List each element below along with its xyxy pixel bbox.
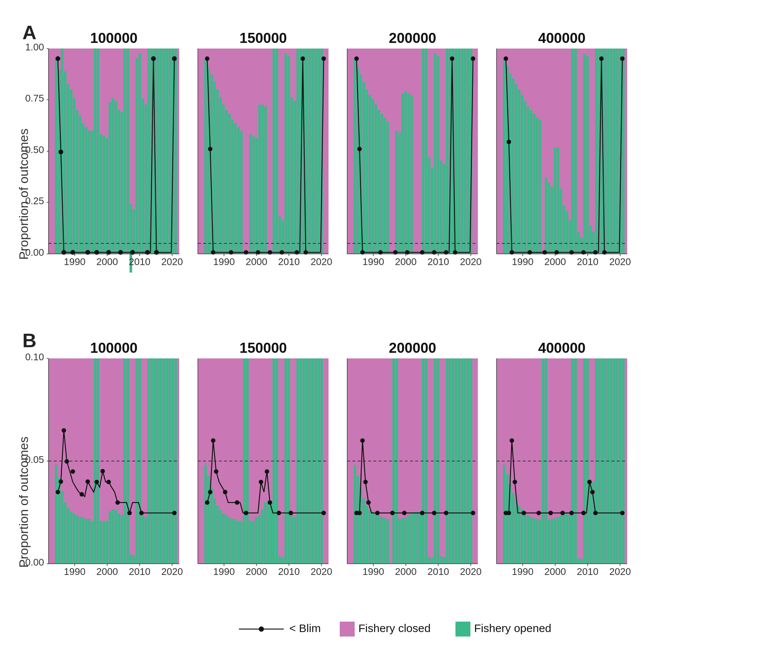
svg-rect-206 <box>503 59 506 254</box>
svg-point-312 <box>56 490 60 494</box>
svg-rect-20 <box>82 123 84 254</box>
svg-point-135 <box>322 56 326 61</box>
svg-point-457 <box>432 511 436 515</box>
legend-blim-label: < Blim <box>289 622 321 634</box>
svg-rect-11 <box>55 59 58 254</box>
svg-rect-211 <box>518 90 520 254</box>
svg-rect-241 <box>610 48 613 254</box>
svg-rect-411 <box>362 498 365 564</box>
svg-point-396 <box>322 511 326 515</box>
svg-point-320 <box>100 469 105 473</box>
svg-rect-34 <box>124 48 126 254</box>
svg-rect-96 <box>231 120 234 254</box>
svg-rect-156 <box>380 114 383 254</box>
svg-rect-364 <box>267 500 269 564</box>
svg-rect-166 <box>425 48 428 254</box>
svg-point-523 <box>587 480 592 484</box>
svg-text:2000: 2000 <box>96 566 118 577</box>
svg-rect-214 <box>527 106 529 254</box>
svg-rect-239 <box>604 48 607 254</box>
svg-rect-178 <box>461 48 463 254</box>
svg-rect-104 <box>261 104 264 254</box>
svg-point-458 <box>444 511 448 515</box>
svg-rect-498 <box>583 358 586 564</box>
svg-rect-113 <box>294 101 296 254</box>
svg-rect-270 <box>55 465 58 564</box>
svg-rect-105 <box>264 106 267 254</box>
svg-rect-242 <box>613 48 616 254</box>
svg-rect-360 <box>255 517 258 564</box>
svg-rect-23 <box>91 131 93 254</box>
svg-point-183 <box>354 56 359 61</box>
panel-a-label: A <box>22 22 37 43</box>
svg-text:0.10: 0.10 <box>25 351 44 362</box>
svg-rect-409 <box>356 476 359 564</box>
svg-rect-87 <box>204 59 207 254</box>
svg-point-392 <box>265 469 269 474</box>
svg-rect-32 <box>118 110 120 254</box>
svg-rect-433 <box>431 558 434 564</box>
svg-rect-295 <box>129 554 132 564</box>
svg-point-395 <box>289 511 293 515</box>
panel-b-label: B <box>22 330 37 351</box>
svg-point-322 <box>115 500 120 505</box>
svg-rect-39 <box>138 54 141 254</box>
svg-text:1990: 1990 <box>362 256 384 267</box>
svg-point-450 <box>360 438 365 443</box>
svg-text:0.00: 0.00 <box>25 247 44 258</box>
legend-closed-label: Fishery closed <box>358 622 431 634</box>
svg-point-319 <box>95 480 99 484</box>
svg-rect-359 <box>252 521 255 564</box>
svg-point-386 <box>211 438 215 443</box>
svg-rect-232 <box>583 54 586 254</box>
svg-rect-233 <box>586 56 589 254</box>
svg-rect-477 <box>521 510 523 564</box>
svg-rect-416 <box>378 515 380 564</box>
svg-rect-49 <box>168 48 171 254</box>
svg-rect-272 <box>61 491 64 564</box>
svg-rect-348 <box>219 510 222 564</box>
svg-rect-497 <box>580 559 583 564</box>
svg-text:2000: 2000 <box>246 256 267 267</box>
svg-rect-483 <box>539 520 541 564</box>
svg-rect-42 <box>148 48 150 254</box>
svg-point-384 <box>205 500 210 505</box>
svg-rect-157 <box>383 118 386 254</box>
svg-point-315 <box>65 459 69 464</box>
svg-rect-162 <box>404 92 407 254</box>
svg-rect-414 <box>372 512 374 564</box>
svg-rect-165 <box>422 48 425 254</box>
svg-rect-31 <box>115 101 117 254</box>
svg-rect-292 <box>121 515 123 564</box>
svg-rect-25 <box>97 48 99 254</box>
svg-rect-109 <box>282 220 284 254</box>
svg-rect-425 <box>407 515 410 564</box>
svg-point-521 <box>569 511 574 515</box>
svg-rect-290 <box>115 510 117 564</box>
svg-rect-277 <box>76 515 78 564</box>
svg-text:2020: 2020 <box>460 566 482 577</box>
svg-rect-418 <box>383 518 386 564</box>
svg-rect-99 <box>240 131 243 254</box>
svg-rect-540 <box>456 622 470 636</box>
subplot-a1-title: 100000 <box>90 30 138 46</box>
subplot-b1-title: 100000 <box>90 340 138 356</box>
svg-rect-300 <box>145 517 147 564</box>
svg-text:2010: 2010 <box>577 566 599 577</box>
svg-point-256 <box>599 56 604 61</box>
legend-opened-label: Fishery opened <box>474 622 551 634</box>
svg-rect-33 <box>121 112 123 254</box>
svg-rect-217 <box>536 118 538 254</box>
svg-text:0.25: 0.25 <box>25 195 44 207</box>
svg-rect-121 <box>317 48 320 254</box>
svg-rect-101 <box>252 136 255 254</box>
svg-rect-302 <box>151 358 153 564</box>
svg-point-125 <box>208 147 212 151</box>
svg-point-388 <box>223 490 227 494</box>
svg-point-387 <box>214 469 218 474</box>
svg-rect-355 <box>240 521 243 564</box>
subplot-b2-title: 150000 <box>240 340 287 356</box>
svg-point-394 <box>277 511 281 515</box>
svg-rect-103 <box>258 104 261 254</box>
svg-rect-94 <box>225 110 228 254</box>
